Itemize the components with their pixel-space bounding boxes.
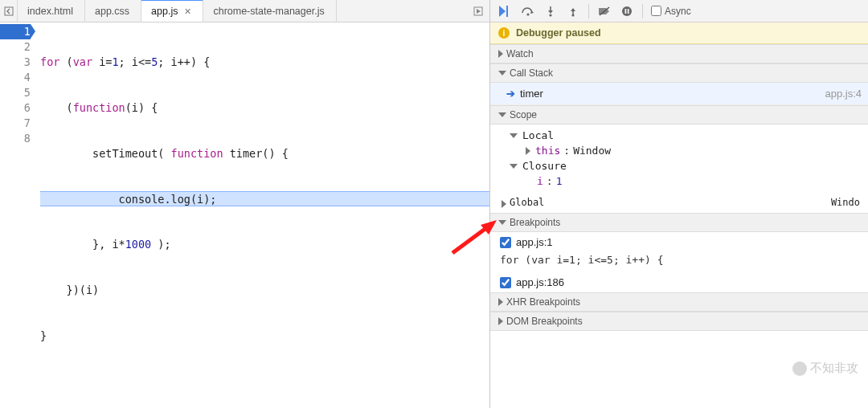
line-gutter: 1 2 3 4 5 6 7 8 [0, 22, 35, 408]
tab-label: app.css [95, 6, 129, 17]
line-number[interactable]: 8 [0, 131, 31, 146]
chevron-down-icon [498, 71, 506, 75]
step-over-button[interactable] [518, 2, 538, 20]
code-lines[interactable]: for (var i=1; i<=5; i++) { (function(i) … [35, 22, 489, 408]
section-title: DOM Breakpoints [506, 316, 583, 327]
svg-point-7 [622, 6, 632, 16]
scope-label: Closure [522, 160, 567, 172]
section-watch[interactable]: Watch [490, 44, 868, 63]
section-title: Breakpoints [510, 217, 560, 228]
chevron-down-icon [498, 112, 506, 117]
chevron-right-icon [526, 147, 530, 155]
svg-rect-9 [628, 9, 629, 14]
breakpoint-item[interactable]: app.js:186 [490, 272, 868, 292]
tab-label: app.js [151, 6, 178, 17]
tab-label: index.html [27, 6, 73, 17]
line-number[interactable]: 1 [0, 24, 31, 39]
chevron-down-icon [498, 220, 506, 225]
svg-rect-8 [625, 9, 627, 14]
section-xhr-breakpoints[interactable]: XHR Breakpoints [490, 292, 868, 312]
code-row: } [40, 328, 489, 344]
svg-point-4 [549, 14, 551, 16]
callstack-frame[interactable]: ➔ timer app.js:4 [490, 83, 868, 105]
svg-rect-2 [506, 6, 508, 17]
nav-back-icon[interactable] [0, 0, 18, 22]
chevron-right-icon [502, 200, 506, 208]
scope-closure-var[interactable]: i: 1 [498, 173, 868, 189]
tab-label: chrome-state-manager.js [213, 6, 324, 17]
line-number[interactable]: 5 [0, 85, 31, 100]
breakpoint-label: app.js:1 [516, 236, 553, 248]
scope-label: Local [522, 129, 554, 141]
toolbar-separator [588, 4, 589, 18]
warning-icon: i [498, 27, 510, 39]
section-scope[interactable]: Scope [490, 105, 868, 124]
breakpoint-label: app.js:186 [516, 276, 564, 288]
code-row: for (var i=1; i<=5; i++) { [40, 55, 489, 70]
code-row: (function(i) { [40, 100, 489, 116]
debugger-paused-banner: i Debugger paused [490, 22, 868, 44]
toolbar-separator [642, 4, 643, 18]
section-title: Watch [506, 48, 534, 59]
line-number[interactable]: 3 [0, 55, 31, 70]
prop-key: this [535, 145, 560, 157]
tab-app-css[interactable]: app.css [85, 0, 141, 22]
scope-body: Local this: Window Closure i: 1 [490, 124, 868, 194]
pause-on-exceptions-button[interactable] [616, 2, 637, 20]
paused-message: Debugger paused [516, 27, 601, 39]
line-number[interactable]: 7 [0, 116, 31, 131]
editor-pane: index.html app.css app.js✕ chrome-state-… [0, 0, 490, 408]
async-toggle[interactable]: Async [651, 6, 691, 17]
editor-tabbar: index.html app.css app.js✕ chrome-state-… [0, 0, 489, 22]
close-icon[interactable]: ✕ [184, 6, 191, 17]
step-out-button[interactable] [563, 2, 583, 20]
breakpoint-checkbox[interactable] [500, 277, 511, 288]
chevron-down-icon [510, 133, 518, 138]
scope-global[interactable]: Global Windo [490, 194, 868, 213]
scope-closure[interactable]: Closure [498, 158, 868, 173]
prop-value: 1 [556, 175, 563, 187]
async-label: Async [665, 6, 691, 17]
chevron-right-icon [498, 317, 503, 325]
code-row: })(i) [40, 283, 489, 298]
line-number[interactable]: 6 [0, 100, 31, 116]
line-number[interactable]: 4 [0, 70, 31, 85]
section-title: Scope [510, 109, 537, 120]
breakpoint-item[interactable]: app.js:1 [490, 232, 868, 252]
prop-value: Window [573, 145, 611, 157]
breakpoint-code: for (var i=1; i<=5; i++) { [490, 252, 868, 272]
tab-app-js[interactable]: app.js✕ [141, 0, 203, 22]
tab-index-html[interactable]: index.html [18, 0, 85, 22]
section-title: XHR Breakpoints [506, 296, 580, 308]
code-row [40, 374, 489, 390]
section-dom-breakpoints[interactable]: DOM Breakpoints [490, 312, 868, 331]
prop-key: i [537, 175, 543, 187]
watermark: 不知非攻 [792, 361, 858, 376]
section-breakpoints[interactable]: Breakpoints [490, 213, 868, 232]
line-number[interactable]: 2 [0, 39, 31, 55]
scope-local[interactable]: Local [498, 128, 868, 143]
code-row: }, i*1000 ); [40, 237, 489, 252]
frame-location: app.js:4 [825, 88, 862, 100]
section-callstack[interactable]: Call Stack [490, 63, 868, 83]
resume-button[interactable] [495, 2, 516, 20]
step-into-button[interactable] [540, 2, 561, 20]
wechat-icon [792, 361, 807, 376]
scope-local-this[interactable]: this: Window [498, 143, 868, 158]
code-editor[interactable]: 1 2 3 4 5 6 7 8 for (var i=1; i<=5; i++)… [0, 22, 489, 408]
svg-rect-0 [5, 7, 13, 15]
code-row: setTimeout( function timer() { [40, 146, 489, 161]
section-title: Call Stack [510, 67, 553, 79]
code-row-current: console.log(i); [40, 191, 489, 206]
tab-chrome-state-manager[interactable]: chrome-state-manager.js [203, 0, 336, 22]
scope-label: Global [510, 197, 544, 208]
frame-name: timer [520, 88, 543, 100]
svg-point-5 [571, 14, 574, 16]
watermark-text: 不知非攻 [810, 361, 858, 376]
chevron-down-icon [510, 164, 518, 169]
async-checkbox[interactable] [651, 6, 661, 16]
breakpoint-checkbox[interactable] [500, 237, 511, 248]
run-snippet-icon[interactable] [472, 6, 489, 16]
current-frame-icon: ➔ [506, 88, 515, 100]
deactivate-breakpoints-button[interactable] [594, 2, 615, 20]
